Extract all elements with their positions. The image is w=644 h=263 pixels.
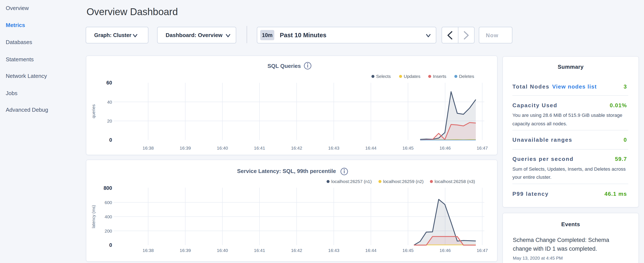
svg-text:0: 0 [109,242,112,248]
svg-text:16:42: 16:42 [291,146,302,150]
svg-text:16:47: 16:47 [477,146,488,150]
svg-text:16:45: 16:45 [402,248,414,253]
svg-text:16:45: 16:45 [402,146,414,150]
svg-text:queries: queries [91,104,96,118]
svg-text:16:41: 16:41 [254,248,265,253]
svg-text:60: 60 [106,80,112,86]
svg-text:200: 200 [104,228,112,233]
svg-text:16:46: 16:46 [440,146,451,150]
svg-text:400: 400 [104,214,112,219]
svg-text:16:38: 16:38 [143,146,154,150]
svg-text:16:42: 16:42 [291,248,302,253]
svg-text:16:40: 16:40 [217,248,228,253]
svg-text:800: 800 [104,185,112,191]
svg-text:16:39: 16:39 [180,248,191,253]
svg-text:16:43: 16:43 [328,248,340,253]
svg-text:40: 40 [107,100,112,105]
svg-text:16:38: 16:38 [143,248,154,253]
svg-text:latency (ms): latency (ms) [91,205,96,228]
svg-text:16:47: 16:47 [477,248,488,253]
svg-text:20: 20 [107,119,112,123]
svg-text:16:43: 16:43 [328,146,340,150]
svg-text:16:46: 16:46 [440,248,451,253]
svg-text:16:40: 16:40 [217,146,228,150]
svg-text:0: 0 [109,137,112,143]
svg-text:16:44: 16:44 [365,146,376,150]
svg-text:16:39: 16:39 [180,146,191,150]
svg-text:16:41: 16:41 [254,146,265,150]
svg-text:16:44: 16:44 [365,248,376,253]
svg-text:600: 600 [104,200,112,205]
